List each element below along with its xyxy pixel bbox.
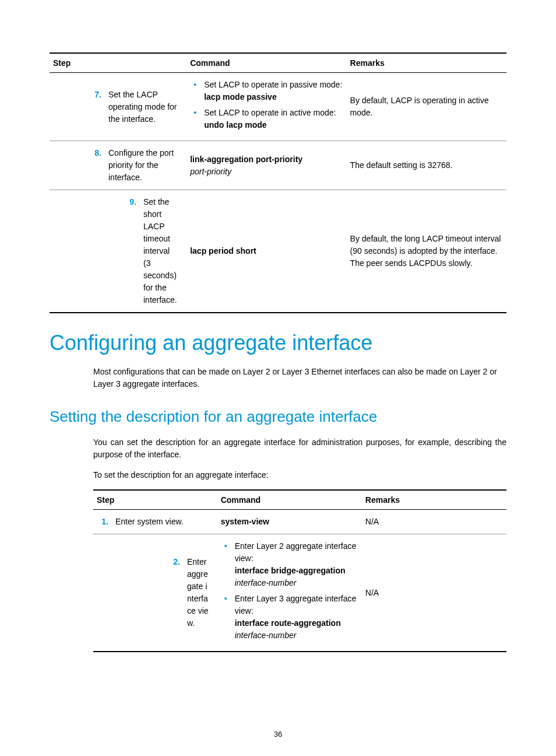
col-remarks: Remarks xyxy=(347,53,506,73)
step-text: Enter system view. xyxy=(115,516,214,528)
body-paragraph: You can set the description for an aggre… xyxy=(93,436,506,461)
step-number: 2. xyxy=(164,556,187,629)
remarks-text: N/A xyxy=(362,534,506,652)
step-text: Set the short LACP timeout interval (3 s… xyxy=(143,196,178,306)
step-text: Set the LACP operating mode for the inte… xyxy=(108,89,183,125)
page-number: 36 xyxy=(0,730,556,738)
config-table-1: Step Command Remarks 7. Set the LACP ope… xyxy=(50,52,506,313)
document-page: Step Command Remarks 7. Set the LACP ope… xyxy=(0,0,556,756)
remarks-text: N/A xyxy=(362,510,506,534)
col-step: Step xyxy=(50,53,186,73)
table-row: 8. Configure the port priority for the i… xyxy=(50,141,506,190)
col-remarks: Remarks xyxy=(362,490,506,510)
col-command: Command xyxy=(186,53,346,73)
cmd-arg: interface-number xyxy=(235,578,297,587)
cmd-arg: port-priority xyxy=(190,167,231,176)
cmd-text: lacp mode passive xyxy=(204,92,277,102)
table-row: 1. Enter system view. system-view N/A xyxy=(93,510,506,534)
table-row: 7. Set the LACP operating mode for the i… xyxy=(50,73,506,141)
cmd-intro: Set LACP to operate in active mode: xyxy=(204,108,336,117)
cmd-text: lacp period short xyxy=(190,246,256,256)
cmd-text: interface route-aggregation xyxy=(235,618,341,628)
cmd-text: interface bridge-aggregation xyxy=(235,566,346,575)
cmd-text: link-aggregation port-priority xyxy=(190,155,302,164)
step-number: 8. xyxy=(85,147,108,184)
cmd-text: undo lacp mode xyxy=(204,120,266,130)
remarks-text: By default, the long LACP timeout interv… xyxy=(347,190,506,313)
step-number: 9. xyxy=(120,196,143,306)
cmd-arg: interface-number xyxy=(235,631,297,640)
col-command: Command xyxy=(217,490,362,510)
body-paragraph: Most configurations that can be made on … xyxy=(93,366,506,390)
step-number: 7. xyxy=(85,89,108,125)
command-list: Enter Layer 2 aggregate interface view: … xyxy=(221,540,358,642)
cmd-intro: Set LACP to operate in passive mode: xyxy=(204,80,342,89)
cmd-intro: Enter Layer 2 aggregate interface view: xyxy=(235,541,357,563)
section-heading: Configuring an aggregate interface xyxy=(50,331,506,355)
table-row: 2. Enter aggregate interface view. Enter… xyxy=(93,534,506,652)
cmd-intro: Enter Layer 3 aggregate interface view: xyxy=(235,594,357,615)
col-step: Step xyxy=(93,490,217,510)
body-paragraph: To set the description for an aggregate … xyxy=(93,469,506,481)
step-number: 1. xyxy=(97,516,115,528)
table-row: 9. Set the short LACP timeout interval (… xyxy=(50,190,506,313)
remarks-text: By default, LACP is operating in active … xyxy=(347,73,506,141)
cmd-text: system-view xyxy=(221,517,269,526)
subsection-heading: Setting the description for an aggregate… xyxy=(50,408,506,426)
config-table-2: Step Command Remarks 1. Enter system vie… xyxy=(93,489,506,652)
remarks-text: The default setting is 32768. xyxy=(347,141,506,190)
step-text: Configure the port priority for the inte… xyxy=(108,147,183,184)
step-text: Enter aggregate interface view. xyxy=(187,556,210,629)
command-list: Set LACP to operate in passive mode: lac… xyxy=(190,79,343,131)
